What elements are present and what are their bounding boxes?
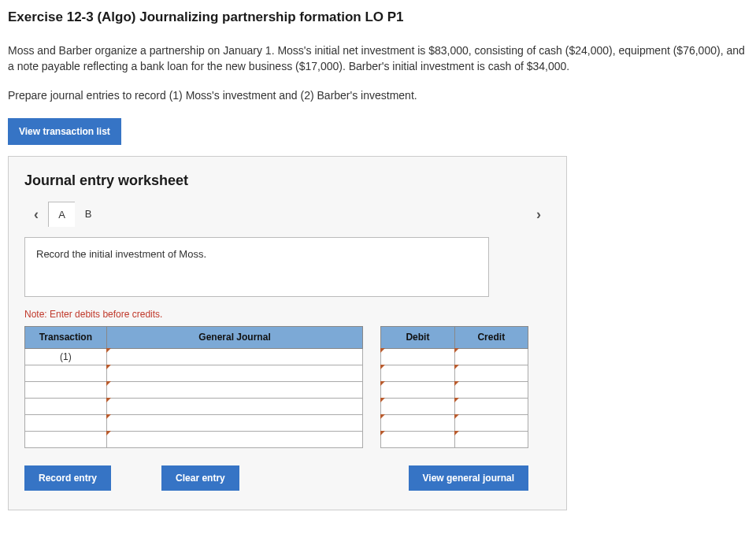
table-row	[25, 431, 528, 447]
tab-a[interactable]: A	[48, 202, 75, 227]
view-general-journal-button[interactable]: View general journal	[409, 465, 528, 491]
spacer	[363, 365, 381, 381]
record-entry-button[interactable]: Record entry	[24, 465, 111, 491]
col-header-credit: Credit	[454, 327, 528, 349]
col-header-transaction: Transaction	[25, 327, 107, 349]
spacer	[363, 348, 381, 365]
worksheet-panel: Journal entry worksheet ‹ A B › Record t…	[8, 156, 567, 510]
tab-b[interactable]: B	[75, 202, 102, 227]
cell-transaction[interactable]	[25, 398, 107, 414]
action-button-row: Record entry Clear entry View general jo…	[24, 465, 528, 491]
cell-credit[interactable]	[454, 381, 528, 398]
cell-general-journal[interactable]	[106, 398, 363, 414]
debit-credit-note: Note: Enter debits before credits.	[24, 308, 550, 321]
cell-credit[interactable]	[454, 365, 528, 381]
problem-description: Moss and Barber organize a partnership o…	[8, 43, 748, 75]
cell-general-journal[interactable]	[106, 381, 363, 398]
cell-general-journal[interactable]	[106, 414, 363, 431]
cell-general-journal[interactable]	[106, 348, 363, 365]
problem-instruction: Prepare journal entries to record (1) Mo…	[8, 88, 748, 104]
cell-debit[interactable]	[381, 414, 454, 431]
cell-debit[interactable]	[381, 365, 454, 381]
cell-transaction[interactable]	[25, 414, 107, 431]
cell-debit[interactable]	[381, 398, 454, 414]
cell-credit[interactable]	[454, 414, 528, 431]
col-header-debit: Debit	[381, 327, 454, 349]
cell-general-journal[interactable]	[106, 431, 363, 447]
worksheet-title: Journal entry worksheet	[24, 171, 550, 191]
spacer	[363, 381, 381, 398]
view-transaction-list-button[interactable]: View transaction list	[8, 118, 121, 145]
col-header-general-journal: General Journal	[106, 327, 363, 349]
spacer	[363, 398, 381, 414]
transaction-prompt: Record the initial investment of Moss.	[24, 237, 489, 297]
cell-debit[interactable]	[381, 431, 454, 447]
cell-credit[interactable]	[454, 431, 528, 447]
table-row	[25, 398, 528, 414]
cell-transaction[interactable]: (1)	[25, 348, 107, 365]
cell-debit[interactable]	[381, 381, 454, 398]
cell-general-journal[interactable]	[106, 365, 363, 381]
cell-credit[interactable]	[454, 348, 528, 365]
chevron-right-icon[interactable]: ›	[527, 202, 550, 227]
cell-transaction[interactable]	[25, 365, 107, 381]
page-title: Exercise 12-3 (Algo) Journalizing partne…	[8, 8, 748, 27]
table-row	[25, 381, 528, 398]
spacer	[363, 327, 381, 349]
cell-debit[interactable]	[381, 348, 454, 365]
cell-transaction[interactable]	[25, 381, 107, 398]
spacer	[363, 431, 381, 447]
clear-entry-button[interactable]: Clear entry	[161, 465, 239, 491]
spacer	[363, 414, 381, 431]
table-row	[25, 365, 528, 381]
tab-navigation: ‹ A B ›	[24, 202, 550, 227]
cell-credit[interactable]	[454, 398, 528, 414]
chevron-left-icon[interactable]: ‹	[24, 202, 48, 227]
table-row: (1)	[25, 348, 528, 365]
journal-table: Transaction General Journal Debit Credit…	[24, 326, 528, 448]
table-row	[25, 414, 528, 431]
cell-transaction[interactable]	[25, 431, 107, 447]
